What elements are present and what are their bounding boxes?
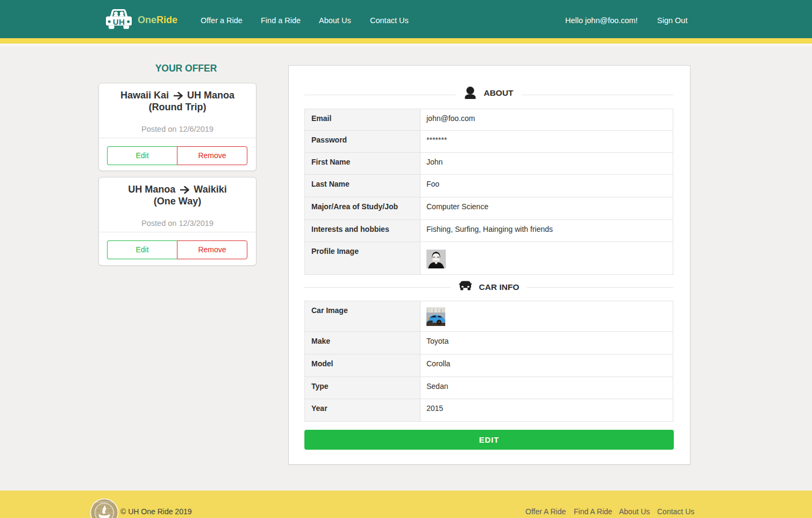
svg-text:UNIVERSITY OF: UNIVERSITY OF xyxy=(95,501,113,503)
svg-text:UH: UH xyxy=(113,17,125,26)
